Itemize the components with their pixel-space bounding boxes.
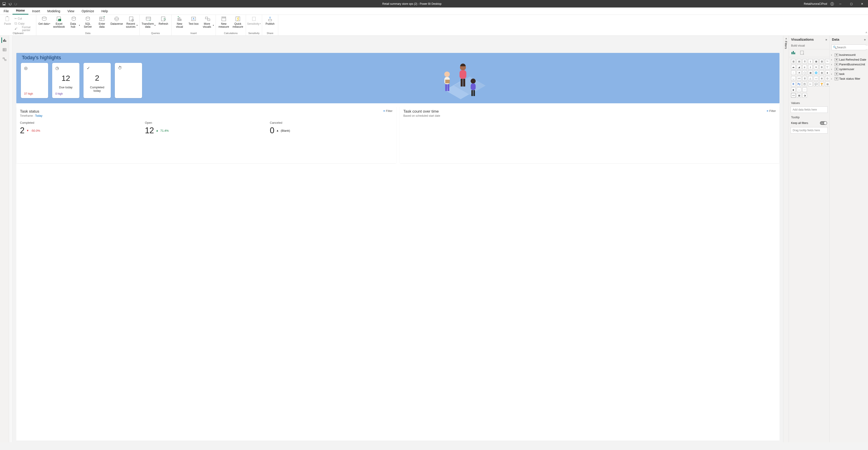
text-box-button[interactable]: AText box: [187, 16, 200, 28]
values-field-well[interactable]: Add data fields here: [790, 107, 828, 113]
viz-funnel[interactable]: ▽: [825, 65, 830, 69]
viz-stacked-column[interactable]: ▤: [797, 59, 801, 64]
collapse-icon[interactable]: »: [825, 38, 827, 41]
viz-decomposition[interactable]: ⊢: [808, 82, 813, 86]
viz-filled-map[interactable]: ▨: [819, 70, 824, 75]
viz-stacked-area[interactable]: ◢: [797, 65, 801, 69]
maximize-button[interactable]: ▢: [847, 0, 856, 7]
collapse-icon[interactable]: »: [864, 38, 866, 41]
viz-paginated[interactable]: ▤: [825, 82, 830, 86]
menu-modeling[interactable]: Modeling: [43, 8, 64, 14]
viz-pie[interactable]: ◔: [797, 70, 801, 75]
viz-ribbon[interactable]: ≋: [814, 65, 818, 69]
enter-data-button[interactable]: +Enter data: [96, 16, 108, 28]
viz-clustered-column[interactable]: ⫿: [808, 59, 813, 64]
canvas-scroll[interactable]: Today's highlights ◎ 37 high ◷ 12 Due to…: [13, 36, 783, 442]
sensitivity-button[interactable]: Sensitivity▾: [248, 16, 260, 25]
field-last-refreshed[interactable]: ›⊞Last Refreshed Date: [831, 57, 867, 62]
viz-map[interactable]: 🌐: [814, 70, 818, 75]
data-hub-button[interactable]: Data hub▾: [68, 16, 80, 28]
menu-help[interactable]: Help: [98, 8, 112, 14]
new-measure-button[interactable]: New measure: [218, 16, 230, 28]
report-canvas[interactable]: Today's highlights ◎ 37 high ◷ 12 Due to…: [16, 53, 779, 441]
viz-gauge[interactable]: ◡: [791, 76, 796, 81]
viz-more[interactable]: ⋯: [802, 87, 807, 92]
filters-pane-collapsed[interactable]: » Filters: [783, 36, 788, 442]
more-visuals-button[interactable]: More visuals▾: [202, 16, 214, 28]
viz-matrix[interactable]: ⊡: [825, 76, 830, 81]
viz-line-clustered-column[interactable]: ⫿: [808, 65, 813, 69]
menu-insert[interactable]: Insert: [28, 8, 43, 14]
excel-workbook-button[interactable]: XExcel workbook: [52, 16, 66, 28]
transform-data-button[interactable]: Transform data▾: [142, 16, 155, 28]
viz-r[interactable]: R: [791, 82, 796, 86]
model-view-button[interactable]: [2, 57, 7, 62]
highlight-card-2[interactable]: ◷ 12 Due today 0 high: [52, 63, 80, 98]
viz-multi-row-card[interactable]: ☰: [802, 76, 807, 81]
viz-smart-narrative[interactable]: 🏆: [819, 82, 824, 86]
viz-100-stacked-bar[interactable]: ▦: [814, 59, 818, 64]
account-name[interactable]: RetailAuroraCIPool: [804, 2, 827, 5]
sql-server-button[interactable]: SQL Server: [82, 16, 94, 28]
menu-home[interactable]: Home: [12, 7, 29, 14]
viz-power-apps[interactable]: ◆: [791, 87, 796, 92]
field-businessunit[interactable]: ›⊞businessunit: [831, 53, 867, 57]
save-icon[interactable]: [2, 2, 6, 6]
search-box[interactable]: 🔍: [832, 44, 866, 50]
viz-qa[interactable]: 💬: [814, 82, 818, 86]
menu-optimize[interactable]: Optimize: [78, 8, 98, 14]
get-data-button[interactable]: Get data▾: [38, 16, 51, 28]
undo-icon[interactable]: [8, 2, 12, 6]
timeframe-link[interactable]: Today: [35, 114, 42, 117]
build-visual-tab[interactable]: [791, 50, 797, 55]
viz-power-automate[interactable]: ⬨: [797, 87, 801, 92]
highlight-card-4[interactable]: ⏱: [115, 63, 142, 98]
minimize-button[interactable]: ─: [836, 0, 845, 7]
viz-treemap[interactable]: ▦: [808, 70, 813, 75]
viz-kpi[interactable]: △: [808, 76, 813, 81]
copy-button[interactable]: ⿻Copy: [14, 22, 34, 26]
field-task[interactable]: ›⊞task: [831, 71, 867, 76]
redo-icon[interactable]: [14, 2, 18, 6]
new-visual-button[interactable]: +New visual: [174, 16, 186, 28]
viz-scatter[interactable]: ∴: [791, 70, 796, 75]
format-painter-button[interactable]: 🖌Format painter: [14, 27, 34, 31]
highlight-card-1[interactable]: ◎ 37 high: [21, 63, 48, 98]
quick-measure-button[interactable]: Quick measure: [232, 16, 244, 28]
menu-view[interactable]: View: [64, 8, 78, 14]
recent-sources-button[interactable]: Recent sources▾: [125, 16, 137, 28]
refresh-button[interactable]: Refresh: [157, 16, 169, 28]
report-view-button[interactable]: [1, 37, 7, 43]
viz-azure-map[interactable]: ◈: [825, 70, 830, 75]
search-input[interactable]: [837, 46, 868, 49]
viz-area[interactable]: ⛰: [791, 65, 796, 69]
task-count-panel[interactable]: Task count over time Based on scheduled …: [400, 107, 780, 163]
format-visual-tab[interactable]: [800, 50, 805, 55]
field-task-status-filter[interactable]: ›⊟Task status filter: [831, 76, 867, 81]
cut-button[interactable]: ✂Cut: [14, 17, 34, 21]
account-icon[interactable]: [830, 2, 834, 6]
dataverse-button[interactable]: Dataverse: [110, 16, 123, 28]
publish-button[interactable]: Publish: [264, 16, 276, 25]
menu-file[interactable]: File: [0, 8, 12, 14]
viz-donut[interactable]: ◯: [802, 70, 807, 75]
viz-line[interactable]: 〜: [825, 59, 830, 64]
paste-button[interactable]: Paste: [2, 16, 13, 31]
viz-custom-2[interactable]: ▦: [797, 93, 801, 98]
field-systemuser[interactable]: ›⊞systemuser: [831, 67, 867, 71]
viz-stacked-bar[interactable]: ▥: [791, 59, 796, 64]
viz-custom-3[interactable]: ◑: [802, 93, 807, 98]
task-status-panel[interactable]: Task status Timeframe : Today ≡Filter Co…: [16, 107, 396, 163]
viz-100-stacked-column[interactable]: ▧: [819, 59, 824, 64]
filter-button[interactable]: ≡Filter: [767, 109, 776, 113]
viz-clustered-bar[interactable]: ☰: [802, 59, 807, 64]
viz-table[interactable]: ⊞: [819, 76, 824, 81]
viz-waterfall[interactable]: ⊞: [819, 65, 824, 69]
field-parent-bu[interactable]: ›⊞ParentBusinessUnit: [831, 62, 867, 67]
viz-slicer[interactable]: ▭: [814, 76, 818, 81]
viz-custom-1[interactable]: 123: [791, 93, 796, 98]
tooltip-field-well[interactable]: Drag tooltip fields here: [790, 127, 828, 133]
close-button[interactable]: ✕: [858, 0, 867, 7]
data-view-button[interactable]: [2, 47, 7, 53]
viz-python[interactable]: Py: [797, 82, 801, 86]
